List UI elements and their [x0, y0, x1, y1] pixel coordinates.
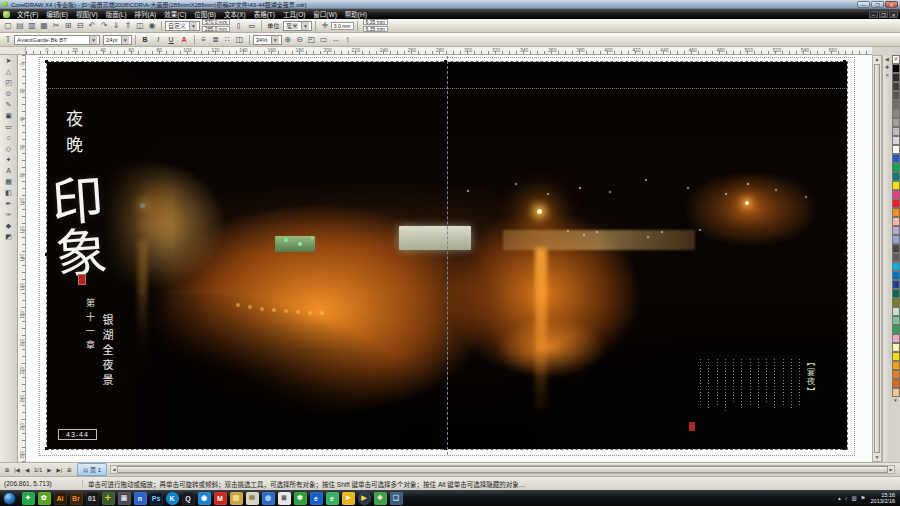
- prev-page-button[interactable]: ◀: [22, 467, 32, 473]
- taskbar-tools-app[interactable]: ✛: [102, 492, 115, 505]
- scroll-up-icon[interactable]: ▲: [873, 56, 881, 63]
- menu-item-6[interactable]: 位图(B): [190, 9, 220, 19]
- export-icon[interactable]: ⇑: [122, 20, 134, 32]
- ruler-origin-corner[interactable]: [0, 47, 26, 55]
- taskbar-green-e-browser[interactable]: e: [326, 492, 339, 505]
- freehand-tool[interactable]: ✎: [0, 99, 17, 110]
- taskbar-dark-app[interactable]: 01: [86, 492, 99, 505]
- zoom-width-icon[interactable]: ↔: [330, 34, 342, 46]
- zoom-out-icon[interactable]: ⊖: [294, 34, 306, 46]
- add-page-button[interactable]: ⊞: [2, 467, 12, 473]
- taskbar-notepad-app[interactable]: ≣: [278, 492, 291, 505]
- doc-restore-button[interactable]: ❐: [879, 11, 888, 18]
- palette-swatch-3[interactable]: [892, 82, 900, 91]
- doc-minimize-button[interactable]: –: [869, 11, 878, 18]
- crop-tool[interactable]: ◰: [0, 77, 17, 88]
- shape-tool[interactable]: △: [0, 66, 17, 77]
- taskbar-system-folder[interactable]: ▣: [118, 492, 131, 505]
- taskbar-green-media[interactable]: ✦: [22, 492, 35, 505]
- fill-tool[interactable]: ◆: [0, 220, 17, 231]
- document-page[interactable]: 夜晚 印象 第十一章 银湖全夜景 43-44 【宴夜】: [47, 62, 847, 449]
- font-size-combo[interactable]: 24pt▼: [103, 35, 132, 45]
- palette-swatch-7[interactable]: [892, 118, 900, 127]
- redo-icon[interactable]: ↷: [98, 20, 110, 32]
- palette-swatch-8[interactable]: [892, 127, 900, 136]
- taskbar-internet-explorer[interactable]: e: [310, 492, 323, 505]
- bullet-list-icon[interactable]: ∷: [222, 34, 234, 46]
- tray-icon-3[interactable]: ⚑: [861, 495, 866, 501]
- menu-item-3[interactable]: 版面(L): [102, 9, 131, 19]
- taskbar-adobe-bridge[interactable]: Br: [70, 492, 83, 505]
- ellipse-tool[interactable]: ○: [0, 132, 17, 143]
- taskbar-monitor-app[interactable]: ❑: [390, 492, 403, 505]
- palette-swatch-35[interactable]: [892, 370, 900, 379]
- palette-swatch-32[interactable]: [892, 343, 900, 352]
- horizontal-scrollbar[interactable]: ◀ ▶: [110, 465, 895, 474]
- units-combo[interactable]: 毫米▼: [283, 21, 312, 31]
- taskbar-green-bird[interactable]: ✿: [38, 492, 51, 505]
- scroll-right-icon[interactable]: ▶: [888, 466, 894, 473]
- menu-item-11[interactable]: 帮助(H): [341, 9, 371, 19]
- save-icon[interactable]: ▥: [26, 20, 38, 32]
- outline-tool[interactable]: ✑: [0, 209, 17, 220]
- interactive-fill-tool[interactable]: ◩: [0, 231, 17, 242]
- palette-swatch-18[interactable]: [892, 217, 900, 226]
- taskbar-folder[interactable]: ▤: [230, 492, 243, 505]
- blend-tool[interactable]: ◧: [0, 187, 17, 198]
- menu-item-8[interactable]: 表格(T): [250, 9, 279, 19]
- docker-icon-1[interactable]: ✚: [883, 63, 891, 71]
- landscape-button[interactable]: ▭: [245, 19, 258, 32]
- tray-icon-1[interactable]: ♪: [845, 495, 848, 501]
- font-combo[interactable]: AvantGarde Bk BT▼: [14, 35, 100, 45]
- menu-item-5[interactable]: 效果(C): [160, 9, 190, 19]
- vertical-scroll-thumb[interactable]: [874, 64, 880, 453]
- app-launcher-icon[interactable]: ◫: [134, 20, 146, 32]
- palette-swatch-14[interactable]: [892, 181, 900, 190]
- palette-swatch-12[interactable]: [892, 163, 900, 172]
- horizontal-scroll-thumb[interactable]: [117, 466, 888, 473]
- palette-swatch-31[interactable]: [892, 334, 900, 343]
- taskbar-mail[interactable]: ✉: [246, 492, 259, 505]
- zoom-selected-icon[interactable]: ◰: [306, 34, 318, 46]
- maximize-button[interactable]: ❐: [871, 1, 884, 8]
- minimize-button[interactable]: —: [857, 1, 870, 8]
- palette-swatch-17[interactable]: [892, 208, 900, 217]
- palette-swatch-25[interactable]: [892, 280, 900, 289]
- page-height-field[interactable]: 285.0 mm: [202, 26, 230, 32]
- undo-icon[interactable]: ↶: [86, 20, 98, 32]
- docker-icon-0[interactable]: ◀: [883, 55, 891, 63]
- zoom-level-combo[interactable]: 34%▼: [253, 35, 282, 45]
- taskbar-green-parrot[interactable]: ✾: [294, 492, 307, 505]
- palette-swatch-23[interactable]: [892, 262, 900, 271]
- next-page-button[interactable]: ▶: [44, 467, 54, 473]
- tray-clock[interactable]: 15:16 2013/2/16: [871, 492, 895, 505]
- cut-icon[interactable]: ✂: [50, 20, 62, 32]
- tray-icon-0[interactable]: ▴: [838, 495, 841, 501]
- welcome-screen-icon[interactable]: ◉: [146, 20, 158, 32]
- print-icon[interactable]: ▦: [38, 20, 50, 32]
- palette-swatch-33[interactable]: [892, 352, 900, 361]
- polygon-tool[interactable]: ◇: [0, 143, 17, 154]
- palette-swatch-20[interactable]: [892, 235, 900, 244]
- horizontal-ruler[interactable]: 0204060801001201401601802002202402602803…: [26, 47, 872, 55]
- justify-icon[interactable]: ≣: [210, 34, 222, 46]
- page-tab[interactable]: ▤ 页 1: [77, 463, 107, 476]
- docker-icon-2[interactable]: ✕: [883, 71, 891, 79]
- close-button[interactable]: ✕: [885, 1, 898, 8]
- canvas[interactable]: 夜晚 印象 第十一章 银湖全夜景 43-44 【宴夜】: [26, 55, 872, 462]
- palette-swatch-4[interactable]: [892, 91, 900, 100]
- palette-swatch-26[interactable]: [892, 289, 900, 298]
- menu-item-9[interactable]: 工具(O): [279, 9, 309, 19]
- taskbar-adobe-illustrator[interactable]: Ai: [54, 492, 67, 505]
- palette-swatch-28[interactable]: [892, 307, 900, 316]
- palette-swatch-24[interactable]: [892, 271, 900, 280]
- vertical-ruler[interactable]: 020406080100120140160180200220240260280: [18, 55, 26, 462]
- zoom-tool[interactable]: ⊙: [0, 88, 17, 99]
- portrait-button[interactable]: ▯: [232, 19, 245, 32]
- eyedropper-tool[interactable]: ✒: [0, 198, 17, 209]
- pick-tool[interactable]: ➤: [0, 55, 17, 66]
- nudge-field[interactable]: 3.0 mm: [331, 22, 354, 30]
- zoom-height-icon[interactable]: ↕: [342, 34, 354, 46]
- menu-item-1[interactable]: 编辑(E): [42, 9, 72, 19]
- taskbar-thunder[interactable]: ➤: [342, 492, 355, 505]
